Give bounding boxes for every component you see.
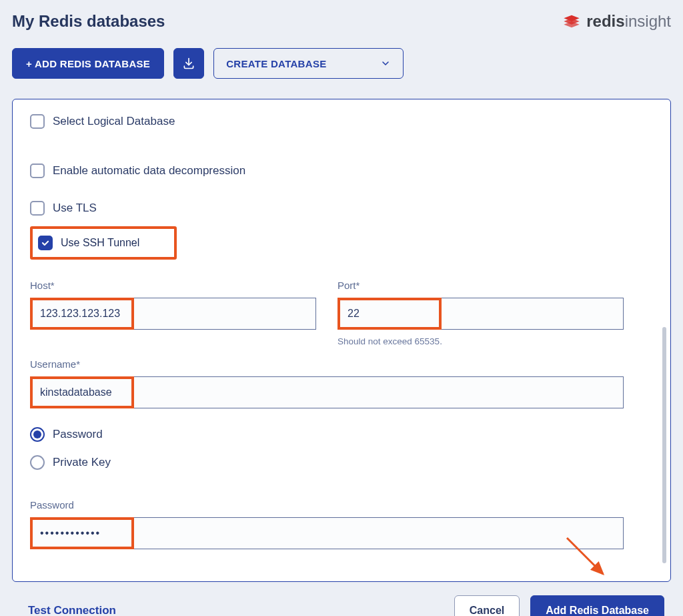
brand-logo: redisinsight	[562, 12, 671, 31]
import-button[interactable]	[173, 48, 204, 79]
import-icon	[182, 57, 195, 70]
database-form-card: Select Logical Database Enable automatic…	[12, 99, 671, 582]
scrollbar-track[interactable]	[662, 149, 666, 572]
host-field: Host* 123.123.123.123	[30, 280, 316, 346]
svg-marker-2	[564, 21, 580, 27]
port-input[interactable]: 22	[337, 298, 624, 330]
host-value: 123.123.123.123	[31, 308, 129, 320]
test-connection-link[interactable]: Test Connection	[28, 604, 116, 616]
checkbox-checked-icon[interactable]	[38, 236, 53, 250]
username-value: kinstadatabase	[31, 386, 121, 398]
port-field: Port* 22 Should not exceed 65535.	[337, 280, 624, 346]
port-label: Port*	[337, 280, 624, 291]
auth-radio-group: Password Private Key	[30, 427, 624, 483]
password-field: Password ••••••••••••	[30, 499, 624, 549]
checkbox-unchecked-icon	[30, 164, 45, 178]
radio-unchecked-icon	[30, 455, 45, 470]
create-database-dropdown[interactable]: CREATE DATABASE	[213, 48, 404, 79]
radio-checked-icon	[30, 427, 45, 442]
page-title: My Redis databases	[12, 12, 165, 31]
password-label: Password	[30, 499, 624, 511]
host-label: Host*	[30, 280, 316, 291]
redis-logo-icon	[562, 12, 581, 31]
host-input[interactable]: 123.123.123.123	[30, 298, 316, 330]
password-radio-row[interactable]: Password	[30, 427, 624, 442]
password-value: ••••••••••••	[31, 527, 110, 539]
use-ssh-tunnel-highlight: Use SSH Tunnel	[30, 226, 177, 260]
checkbox-unchecked-icon	[30, 114, 45, 129]
password-input[interactable]: ••••••••••••	[30, 517, 624, 549]
add-redis-database-submit-button[interactable]: Add Redis Database	[530, 595, 664, 616]
enable-decompression-checkbox-row[interactable]: Enable automatic data decompression	[30, 164, 653, 178]
enable-decompression-label: Enable automatic data decompression	[53, 164, 245, 178]
use-tls-checkbox-row[interactable]: Use TLS	[30, 201, 653, 216]
create-database-label: CREATE DATABASE	[226, 58, 326, 69]
chevron-down-icon	[380, 58, 391, 69]
username-label: Username*	[30, 358, 624, 370]
cancel-button[interactable]: Cancel	[454, 595, 520, 616]
use-ssh-tunnel-label: Use SSH Tunnel	[61, 237, 139, 249]
privatekey-radio-label: Private Key	[53, 456, 111, 469]
username-input[interactable]: kinstadatabase	[30, 376, 624, 408]
select-logical-label: Select Logical Database	[53, 115, 175, 128]
port-value: 22	[338, 308, 369, 320]
use-tls-label: Use TLS	[53, 202, 97, 215]
brand-name-bold: redis	[586, 12, 624, 30]
add-redis-database-button[interactable]: + ADD REDIS DATABASE	[12, 48, 164, 79]
port-helper-text: Should not exceed 65535.	[337, 336, 624, 346]
password-radio-label: Password	[53, 428, 103, 441]
privatekey-radio-row[interactable]: Private Key	[30, 455, 624, 470]
username-field: Username* kinstadatabase	[30, 358, 624, 408]
select-logical-checkbox-row[interactable]: Select Logical Database	[30, 114, 653, 129]
scrollbar-thumb[interactable]	[662, 327, 666, 563]
brand-name-light: insight	[625, 12, 671, 30]
checkbox-unchecked-icon	[30, 201, 45, 216]
